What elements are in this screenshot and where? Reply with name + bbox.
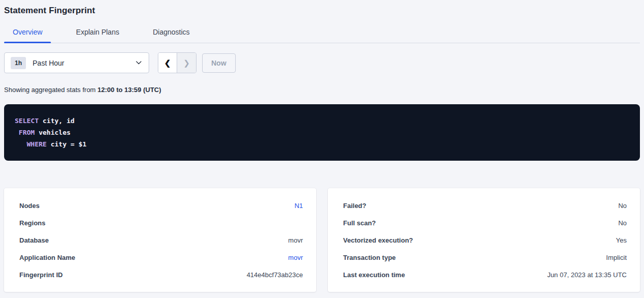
application-name-link[interactable]: movr: [288, 254, 303, 261]
chevron-right-icon: ❯: [183, 58, 190, 68]
tab-overview[interactable]: Overview: [4, 28, 51, 43]
sql-keyword: FROM: [19, 129, 35, 136]
table-row: Database movr: [19, 231, 303, 249]
stats-range: 12:00 to 13:59 (UTC): [98, 86, 161, 94]
previous-range-button[interactable]: ❮: [158, 53, 177, 73]
sql-line: FROM vehicles: [15, 127, 629, 138]
page-title: Statement Fingerprint: [4, 0, 640, 16]
stats-prefix: Showing aggregated stats from: [4, 86, 98, 94]
sql-indent: [15, 140, 26, 148]
row-label-fingerprint-id: Fingerprint ID: [19, 271, 63, 279]
chevron-left-icon: ❮: [164, 58, 171, 68]
nodes-link[interactable]: N1: [294, 202, 303, 210]
sql-statement-box: SELECT city, id FROM vehicles WHERE city…: [4, 104, 640, 161]
table-row: Fingerprint ID 414e4bcf73ab23ce: [19, 266, 303, 283]
tab-diagnostics[interactable]: Diagnostics: [144, 28, 198, 43]
details-cards: Nodes N1 Regions Database movr Applicati…: [4, 188, 640, 292]
row-label-regions: Regions: [19, 219, 45, 227]
full-scan-value: No: [618, 219, 627, 227]
table-row: Last execution time Jun 07, 2023 at 13:3…: [343, 266, 627, 283]
time-range-badge: 1h: [11, 57, 26, 69]
aggregated-stats-line: Showing aggregated stats from 12:00 to 1…: [4, 86, 640, 94]
sql-text: vehicles: [35, 129, 70, 136]
fingerprint-id-value: 414e4bcf73ab23ce: [246, 271, 303, 279]
time-range-label: Past Hour: [33, 59, 136, 67]
table-row: Application Name movr: [19, 249, 303, 266]
row-label-full-scan: Full scan?: [343, 219, 376, 227]
time-range-dropdown[interactable]: 1h Past Hour: [4, 52, 149, 73]
sql-line: SELECT city, id: [15, 115, 629, 127]
row-label-application-name: Application Name: [19, 254, 75, 261]
sql-text: city, id: [39, 117, 74, 125]
sql-line: WHERE city = $1: [15, 138, 629, 150]
row-label-failed: Failed?: [343, 202, 367, 210]
statement-details-card: Nodes N1 Regions Database movr Applicati…: [4, 188, 316, 292]
execution-attributes-card: Failed? No Full scan? No Vectorized exec…: [328, 188, 640, 292]
last-execution-time-value: Jun 07, 2023 at 13:35 UTC: [547, 271, 627, 279]
table-row: Nodes N1: [19, 197, 303, 214]
sql-keyword: SELECT: [15, 117, 39, 125]
failed-value: No: [618, 202, 627, 210]
tab-explain-plans[interactable]: Explain Plans: [67, 28, 128, 43]
row-label-last-execution: Last execution time: [343, 271, 405, 279]
row-label-transaction-type: Transaction type: [343, 254, 396, 261]
vectorized-value: Yes: [616, 236, 627, 244]
time-controls: 1h Past Hour ❮ ❯ Now: [4, 52, 640, 73]
transaction-type-value: Implicit: [606, 254, 627, 261]
sql-text: city = $1: [47, 140, 87, 148]
database-value: movr: [288, 236, 303, 244]
tab-bar: Overview Explain Plans Diagnostics: [4, 28, 640, 43]
chevron-down-icon: [136, 61, 142, 65]
table-row: Full scan? No: [343, 214, 627, 231]
table-row: Transaction type Implicit: [343, 249, 627, 266]
row-label-vectorized: Vectorized execution?: [343, 236, 413, 244]
next-range-button[interactable]: ❯: [177, 53, 196, 73]
statement-fingerprint-page: Statement Fingerprint Overview Explain P…: [0, 0, 644, 292]
time-range-arrows: ❮ ❯: [158, 52, 197, 73]
row-label-database: Database: [19, 236, 49, 244]
sql-indent: [15, 129, 19, 136]
now-button[interactable]: Now: [202, 53, 236, 73]
row-label-nodes: Nodes: [19, 202, 40, 210]
table-row: Vectorized execution? Yes: [343, 231, 627, 249]
sql-keyword: WHERE: [26, 140, 46, 148]
table-row: Failed? No: [343, 197, 627, 214]
table-row: Regions: [19, 214, 303, 231]
